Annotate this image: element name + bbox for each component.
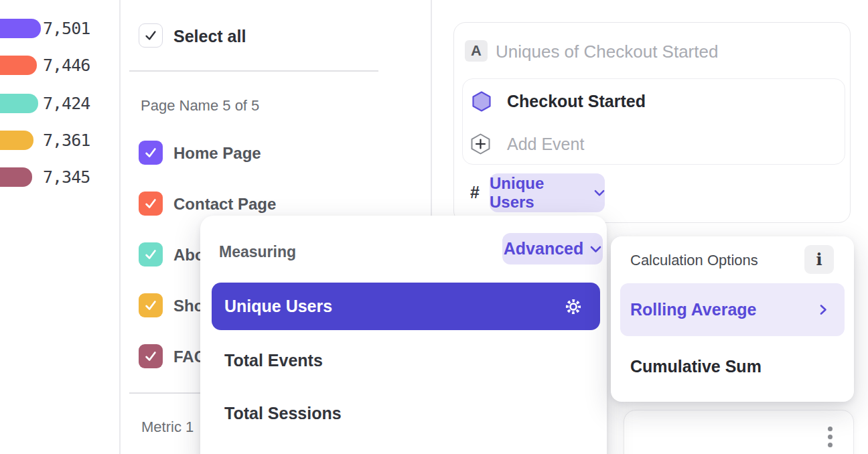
calc-option-rolling-average[interactable]: Rolling Average bbox=[620, 283, 845, 336]
advanced-mode-chip[interactable]: Advanced bbox=[502, 233, 603, 264]
chevron-right-icon bbox=[819, 304, 827, 315]
select-all-label: Select all bbox=[173, 27, 246, 46]
metric-footer-label: Metric 1 bbox=[141, 419, 194, 436]
bar-swatch-icon[interactable] bbox=[0, 94, 38, 113]
check-icon bbox=[143, 247, 158, 262]
check-icon bbox=[143, 145, 158, 160]
filter-checkbox[interactable] bbox=[139, 141, 163, 165]
analytics-screen: 7,501 7,446 7,424 7,361 7,345 Select all… bbox=[0, 0, 868, 454]
kebab-dot-icon bbox=[828, 427, 833, 431]
filter-checkbox[interactable] bbox=[139, 192, 163, 216]
measuring-menu: Measuring Advanced Unique Users Total Ev… bbox=[200, 216, 607, 454]
info-icon: i bbox=[816, 250, 822, 269]
calculation-options-title: Calculation Options bbox=[630, 252, 758, 269]
gear-icon[interactable] bbox=[563, 296, 584, 317]
legend-value: 7,446 bbox=[43, 56, 90, 75]
chevron-down-icon bbox=[590, 245, 601, 253]
filter-item-label[interactable]: Sho bbox=[173, 297, 204, 315]
event-name[interactable]: Checkout Started bbox=[507, 92, 646, 111]
section-divider bbox=[129, 392, 202, 394]
section-divider bbox=[129, 70, 378, 72]
chart-card bbox=[624, 410, 854, 454]
measure-prefix: # bbox=[470, 183, 480, 202]
legend-value: 7,345 bbox=[43, 167, 90, 187]
legend-row: 7,424 bbox=[0, 94, 119, 113]
group-label: Page Name 5 of 5 bbox=[141, 97, 259, 115]
chevron-down-icon bbox=[594, 189, 605, 197]
bar-swatch-icon[interactable] bbox=[0, 131, 33, 150]
filter-checkbox[interactable] bbox=[139, 344, 163, 368]
menu-option-unique-users[interactable]: Unique Users bbox=[212, 283, 600, 330]
panel-divider bbox=[119, 0, 121, 454]
check-icon bbox=[143, 28, 158, 43]
calc-option-cumulative-sum[interactable]: Cumulative Sum bbox=[630, 357, 762, 376]
legend-value: 7,361 bbox=[43, 131, 90, 150]
measure-chip[interactable]: Unique Users bbox=[490, 173, 605, 212]
bar-swatch-icon[interactable] bbox=[0, 56, 37, 75]
bar-swatch-icon[interactable] bbox=[0, 19, 41, 38]
filter-item-label[interactable]: Home Page bbox=[173, 144, 261, 163]
filter-item-label[interactable]: Contact Page bbox=[173, 195, 276, 214]
legend-value: 7,424 bbox=[43, 94, 90, 113]
legend-row: 7,446 bbox=[0, 56, 119, 75]
menu-option-total-events[interactable]: Total Events bbox=[224, 351, 323, 370]
check-icon bbox=[143, 196, 158, 211]
info-button[interactable]: i bbox=[804, 245, 834, 274]
kebab-menu-button[interactable] bbox=[822, 423, 839, 451]
check-icon bbox=[143, 298, 158, 313]
add-event-hexagon-plus-icon[interactable] bbox=[470, 133, 491, 155]
calc-option-label: Rolling Average bbox=[630, 300, 756, 319]
add-event-label[interactable]: Add Event bbox=[507, 135, 584, 154]
series-badge: A bbox=[465, 40, 488, 62]
filter-checkbox[interactable] bbox=[139, 293, 163, 317]
check-icon bbox=[143, 349, 158, 364]
legend-row: 7,501 bbox=[0, 19, 119, 38]
measure-chip-label: Unique Users bbox=[490, 174, 587, 212]
kebab-dot-icon bbox=[828, 435, 833, 439]
menu-option-label: Unique Users bbox=[224, 297, 332, 316]
menu-option-total-sessions[interactable]: Total Sessions bbox=[224, 404, 342, 423]
calculation-options-menu: Calculation Options i Rolling Average Cu… bbox=[611, 236, 854, 402]
legend-row: 7,345 bbox=[0, 167, 119, 187]
advanced-mode-label: Advanced bbox=[504, 239, 583, 258]
legend-row: 7,361 bbox=[0, 131, 119, 150]
event-hexagon-icon bbox=[472, 91, 492, 112]
measuring-menu-title: Measuring bbox=[219, 243, 296, 261]
bar-swatch-icon[interactable] bbox=[0, 167, 32, 187]
select-all-checkbox[interactable] bbox=[139, 23, 163, 48]
kebab-dot-icon bbox=[828, 443, 833, 447]
filter-checkbox[interactable] bbox=[139, 242, 163, 267]
metric-title-input[interactable]: Uniques of Checkout Started bbox=[496, 42, 718, 62]
legend-value: 7,501 bbox=[43, 19, 90, 38]
